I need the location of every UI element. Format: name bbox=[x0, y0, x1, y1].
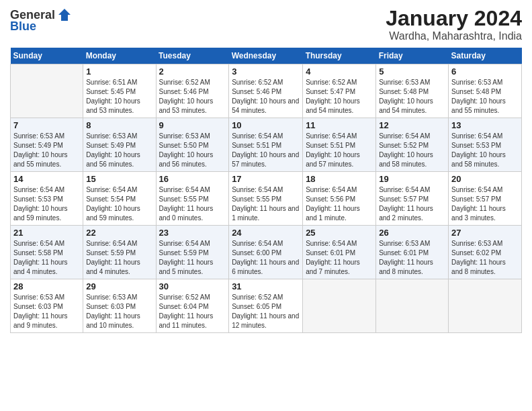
day-info: Sunrise: 6:52 AMSunset: 6:05 PMDaylight:… bbox=[232, 293, 299, 329]
table-row: 17 Sunrise: 6:54 AMSunset: 5:55 PMDaylig… bbox=[229, 172, 303, 226]
day-number: 25 bbox=[306, 228, 373, 238]
day-number: 6 bbox=[451, 66, 519, 77]
header-thursday: Thursday bbox=[303, 48, 376, 64]
table-row: 9 Sunrise: 6:53 AMSunset: 5:50 PMDayligh… bbox=[156, 118, 229, 172]
table-row: 1 Sunrise: 6:51 AMSunset: 5:45 PMDayligh… bbox=[83, 64, 156, 118]
day-number: 29 bbox=[86, 281, 152, 291]
day-number: 18 bbox=[306, 174, 373, 184]
table-row: 16 Sunrise: 6:54 AMSunset: 5:55 PMDaylig… bbox=[156, 172, 229, 226]
day-info: Sunrise: 6:54 AMSunset: 5:59 PMDaylight:… bbox=[86, 240, 140, 275]
table-row: 22 Sunrise: 6:54 AMSunset: 5:59 PMDaylig… bbox=[83, 226, 156, 279]
table-row: 11 Sunrise: 6:54 AMSunset: 5:51 PMDaylig… bbox=[303, 118, 376, 172]
table-row bbox=[11, 64, 83, 118]
day-number: 2 bbox=[159, 66, 226, 77]
table-row: 12 Sunrise: 6:54 AMSunset: 5:52 PMDaylig… bbox=[376, 118, 449, 172]
table-row: 24 Sunrise: 6:54 AMSunset: 6:00 PMDaylig… bbox=[229, 226, 303, 279]
day-number: 10 bbox=[232, 120, 300, 130]
title-block: January 2024 Wardha, Maharashtra, India bbox=[386, 7, 522, 42]
day-info: Sunrise: 6:54 AMSunset: 5:57 PMDaylight:… bbox=[379, 186, 433, 222]
day-info: Sunrise: 6:54 AMSunset: 5:55 PMDaylight:… bbox=[232, 186, 299, 222]
table-row: 25 Sunrise: 6:54 AMSunset: 6:01 PMDaylig… bbox=[303, 226, 376, 279]
day-info: Sunrise: 6:53 AMSunset: 5:49 PMDaylight:… bbox=[13, 132, 68, 168]
table-row: 6 Sunrise: 6:53 AMSunset: 5:48 PMDayligh… bbox=[449, 64, 522, 118]
table-row: 21 Sunrise: 6:54 AMSunset: 5:58 PMDaylig… bbox=[11, 226, 83, 279]
table-row: 14 Sunrise: 6:54 AMSunset: 5:53 PMDaylig… bbox=[11, 172, 83, 226]
day-number: 14 bbox=[13, 174, 80, 184]
day-number: 13 bbox=[451, 120, 519, 130]
day-info: Sunrise: 6:53 AMSunset: 5:49 PMDaylight:… bbox=[86, 132, 140, 168]
day-number: 17 bbox=[232, 174, 300, 184]
table-row bbox=[376, 279, 449, 333]
calendar-week-4: 21 Sunrise: 6:54 AMSunset: 5:58 PMDaylig… bbox=[11, 226, 522, 279]
day-number: 30 bbox=[159, 281, 226, 291]
day-info: Sunrise: 6:54 AMSunset: 5:52 PMDaylight:… bbox=[379, 132, 433, 168]
day-number: 19 bbox=[379, 174, 445, 184]
table-row: 4 Sunrise: 6:52 AMSunset: 5:47 PMDayligh… bbox=[303, 64, 376, 118]
day-info: Sunrise: 6:53 AMSunset: 6:03 PMDaylight:… bbox=[86, 293, 140, 329]
day-number: 24 bbox=[232, 228, 300, 238]
day-number: 3 bbox=[232, 66, 300, 77]
day-info: Sunrise: 6:53 AMSunset: 6:03 PMDaylight:… bbox=[13, 293, 68, 329]
table-row: 27 Sunrise: 6:53 AMSunset: 6:02 PMDaylig… bbox=[449, 226, 522, 279]
table-row: 15 Sunrise: 6:54 AMSunset: 5:54 PMDaylig… bbox=[83, 172, 156, 226]
day-number: 11 bbox=[306, 120, 373, 130]
table-row: 3 Sunrise: 6:52 AMSunset: 5:46 PMDayligh… bbox=[229, 64, 303, 118]
header-monday: Monday bbox=[83, 48, 156, 64]
day-number: 28 bbox=[13, 281, 80, 291]
logo-blue: Blue bbox=[10, 19, 36, 33]
day-number: 5 bbox=[379, 66, 445, 77]
day-number: 31 bbox=[232, 281, 300, 291]
table-row: 28 Sunrise: 6:53 AMSunset: 6:03 PMDaylig… bbox=[11, 279, 83, 333]
day-info: Sunrise: 6:52 AMSunset: 5:47 PMDaylight:… bbox=[306, 79, 360, 114]
calendar-week-5: 28 Sunrise: 6:53 AMSunset: 6:03 PMDaylig… bbox=[11, 279, 522, 333]
day-info: Sunrise: 6:54 AMSunset: 5:53 PMDaylight:… bbox=[451, 132, 506, 168]
day-info: Sunrise: 6:54 AMSunset: 5:55 PMDaylight:… bbox=[159, 186, 214, 222]
header-tuesday: Tuesday bbox=[156, 48, 229, 64]
day-number: 15 bbox=[86, 174, 152, 184]
table-row: 20 Sunrise: 6:54 AMSunset: 5:57 PMDaylig… bbox=[449, 172, 522, 226]
day-number: 21 bbox=[13, 228, 80, 238]
day-info: Sunrise: 6:53 AMSunset: 6:02 PMDaylight:… bbox=[451, 240, 506, 275]
day-number: 20 bbox=[451, 174, 519, 184]
day-info: Sunrise: 6:52 AMSunset: 5:46 PMDaylight:… bbox=[232, 79, 299, 114]
day-info: Sunrise: 6:51 AMSunset: 5:45 PMDaylight:… bbox=[86, 79, 140, 114]
day-info: Sunrise: 6:54 AMSunset: 5:51 PMDaylight:… bbox=[306, 132, 360, 168]
header-wednesday: Wednesday bbox=[229, 48, 303, 64]
day-info: Sunrise: 6:53 AMSunset: 5:48 PMDaylight:… bbox=[379, 79, 433, 114]
header: General Blue January 2024 Wardha, Mahara… bbox=[10, 7, 522, 42]
table-row bbox=[303, 279, 376, 333]
day-number: 27 bbox=[451, 228, 519, 238]
table-row: 7 Sunrise: 6:53 AMSunset: 5:49 PMDayligh… bbox=[11, 118, 83, 172]
day-info: Sunrise: 6:54 AMSunset: 5:58 PMDaylight:… bbox=[13, 240, 68, 275]
month-title: January 2024 bbox=[386, 7, 522, 30]
location: Wardha, Maharashtra, India bbox=[386, 30, 522, 42]
day-number: 16 bbox=[159, 174, 226, 184]
table-row: 10 Sunrise: 6:54 AMSunset: 5:51 PMDaylig… bbox=[229, 118, 303, 172]
table-row: 26 Sunrise: 6:53 AMSunset: 6:01 PMDaylig… bbox=[376, 226, 449, 279]
day-number: 4 bbox=[306, 66, 373, 77]
table-row: 5 Sunrise: 6:53 AMSunset: 5:48 PMDayligh… bbox=[376, 64, 449, 118]
table-row: 18 Sunrise: 6:54 AMSunset: 5:56 PMDaylig… bbox=[303, 172, 376, 226]
day-info: Sunrise: 6:54 AMSunset: 5:57 PMDaylight:… bbox=[451, 186, 506, 222]
table-row: 30 Sunrise: 6:52 AMSunset: 6:04 PMDaylig… bbox=[156, 279, 229, 333]
table-row: 19 Sunrise: 6:54 AMSunset: 5:57 PMDaylig… bbox=[376, 172, 449, 226]
day-number: 22 bbox=[86, 228, 152, 238]
table-row bbox=[449, 279, 522, 333]
table-row: 29 Sunrise: 6:53 AMSunset: 6:03 PMDaylig… bbox=[83, 279, 156, 333]
page-container: General Blue January 2024 Wardha, Mahara… bbox=[0, 0, 532, 340]
day-info: Sunrise: 6:54 AMSunset: 6:01 PMDaylight:… bbox=[306, 240, 360, 275]
day-info: Sunrise: 6:54 AMSunset: 5:54 PMDaylight:… bbox=[86, 186, 140, 222]
day-info: Sunrise: 6:54 AMSunset: 5:51 PMDaylight:… bbox=[232, 132, 299, 168]
header-sunday: Sunday bbox=[11, 48, 83, 64]
day-number: 26 bbox=[379, 228, 445, 238]
table-row: 31 Sunrise: 6:52 AMSunset: 6:05 PMDaylig… bbox=[229, 279, 303, 333]
calendar-table: Sunday Monday Tuesday Wednesday Thursday… bbox=[10, 48, 522, 333]
day-info: Sunrise: 6:52 AMSunset: 6:04 PMDaylight:… bbox=[159, 293, 214, 329]
logo-icon bbox=[56, 7, 73, 23]
table-row: 23 Sunrise: 6:54 AMSunset: 5:59 PMDaylig… bbox=[156, 226, 229, 279]
day-info: Sunrise: 6:52 AMSunset: 5:46 PMDaylight:… bbox=[159, 79, 214, 114]
day-number: 12 bbox=[379, 120, 445, 130]
table-row: 8 Sunrise: 6:53 AMSunset: 5:49 PMDayligh… bbox=[83, 118, 156, 172]
calendar-week-1: 1 Sunrise: 6:51 AMSunset: 5:45 PMDayligh… bbox=[11, 64, 522, 118]
day-info: Sunrise: 6:54 AMSunset: 6:00 PMDaylight:… bbox=[232, 240, 299, 275]
